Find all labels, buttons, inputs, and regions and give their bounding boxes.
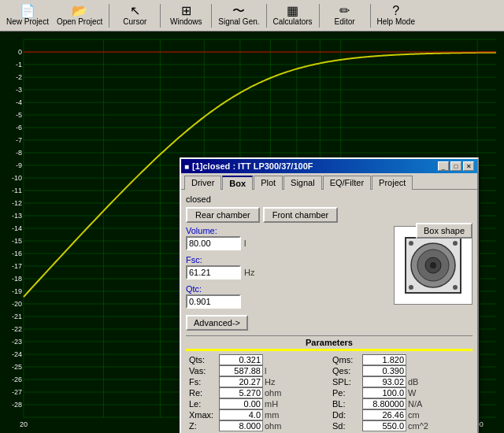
editor-icon: ✏ bbox=[339, 5, 350, 17]
calculators-label: Calculators bbox=[273, 17, 313, 26]
toolbar: 📄 New Project 📂 Open Project ↖ Cursor ⊞ … bbox=[0, 0, 504, 31]
new-project-button[interactable]: 📄 New Project bbox=[3, 2, 52, 30]
volume-input[interactable] bbox=[186, 236, 241, 250]
fsc-label: Fsc: bbox=[186, 255, 389, 265]
open-project-button[interactable]: 📂 Open Project bbox=[54, 2, 106, 30]
params-right-col: Qms: 1.820 Qes: 0.390 SPL: 93.02 d bbox=[332, 354, 469, 431]
svg-point-9 bbox=[453, 285, 458, 290]
tab-plot[interactable]: Plot bbox=[254, 176, 283, 190]
separator-6 bbox=[370, 4, 371, 28]
box-content: Volume: l Fsc: Hz Qtc: bbox=[186, 226, 472, 331]
maximize-button[interactable]: □ bbox=[450, 161, 461, 171]
param-spl: SPL: 93.02 dB bbox=[332, 376, 469, 387]
param-re: Re: 5.270 ohm bbox=[189, 387, 326, 398]
svg-point-5 bbox=[430, 262, 436, 268]
front-chamber-button[interactable]: Front chamber bbox=[263, 207, 339, 223]
svg-point-7 bbox=[453, 241, 458, 246]
fsc-unit: Hz bbox=[244, 268, 254, 277]
windows-label: Windows bbox=[170, 17, 202, 26]
tab-signal[interactable]: Signal bbox=[284, 176, 322, 190]
chart-area: ■ [1]closed : ITT LP300/37/100F _ □ ✕ Dr… bbox=[0, 31, 504, 433]
param-pe: Pe: 100.0 W bbox=[332, 387, 469, 398]
editor-label: Editor bbox=[335, 17, 355, 26]
open-project-icon: 📂 bbox=[72, 5, 87, 17]
signal-gen-icon: 〜 bbox=[232, 5, 245, 17]
volume-label: Volume: bbox=[186, 226, 389, 235]
cursor-button[interactable]: ↖ Cursor bbox=[113, 2, 157, 30]
dialog-window: ■ [1]closed : ITT LP300/37/100F _ □ ✕ Dr… bbox=[180, 157, 479, 433]
help-icon: ? bbox=[392, 5, 399, 17]
params-left-col: Qts: 0.321 Vas: 587.88 l Fs: 20.27 bbox=[189, 354, 326, 431]
signal-gen-button[interactable]: 〜 Signal Gen. bbox=[215, 2, 262, 30]
param-z: Z: 8.000 ohm bbox=[189, 420, 326, 431]
qtc-field-row bbox=[186, 294, 389, 309]
tab-box[interactable]: Box bbox=[222, 176, 253, 190]
fsc-field-row: Hz bbox=[186, 265, 389, 279]
calculators-button[interactable]: ▦ Calculators bbox=[270, 2, 316, 30]
dialog-title-icon: ■ bbox=[184, 162, 189, 171]
dialog-body: Box shape closed Rear chamber Front cham… bbox=[181, 190, 477, 433]
qtc-input[interactable] bbox=[186, 294, 241, 309]
cursor-icon: ↖ bbox=[130, 5, 140, 17]
param-fs: Fs: 20.27 Hz bbox=[189, 376, 326, 387]
close-button[interactable]: ✕ bbox=[463, 161, 474, 171]
windows-button[interactable]: ⊞ Windows bbox=[164, 2, 208, 30]
separator-3 bbox=[211, 4, 212, 28]
box-left-panel: Volume: l Fsc: Hz Qtc: bbox=[186, 226, 389, 331]
rear-chamber-button[interactable]: Rear chamber bbox=[186, 207, 260, 223]
dialog-titlebar: ■ [1]closed : ITT LP300/37/100F _ □ ✕ bbox=[181, 159, 477, 173]
new-project-label: New Project bbox=[6, 17, 49, 26]
windows-icon: ⊞ bbox=[181, 5, 191, 17]
param-qts: Qts: 0.321 bbox=[189, 354, 326, 365]
box-shape-button[interactable]: Box shape bbox=[416, 223, 472, 239]
params-header: Parameters bbox=[186, 336, 472, 351]
dialog-title: [1]closed : ITT LP300/37/100F bbox=[192, 161, 313, 171]
param-bl: BL: 8.80000 N/A bbox=[332, 398, 469, 409]
tab-project[interactable]: Project bbox=[372, 176, 413, 190]
param-qms: Qms: 1.820 bbox=[332, 354, 469, 365]
dialog-tabs: Driver Box Plot Signal EQ/Filter Project bbox=[181, 173, 477, 190]
minimize-button[interactable]: _ bbox=[438, 161, 449, 171]
help-mode-button[interactable]: ? Help Mode bbox=[374, 2, 418, 30]
cursor-label: Cursor bbox=[123, 17, 146, 26]
tab-driver[interactable]: Driver bbox=[184, 176, 221, 190]
svg-point-6 bbox=[409, 241, 413, 246]
params-section: Parameters Qts: 0.321 Vas: 587.88 l bbox=[186, 335, 472, 433]
advanced-button[interactable]: Advanced-> bbox=[186, 315, 248, 331]
volume-field-row: l bbox=[186, 236, 389, 250]
volume-unit: l bbox=[244, 239, 246, 248]
separator-2 bbox=[160, 4, 161, 28]
new-project-icon: 📄 bbox=[20, 5, 35, 17]
param-sd: Sd: 550.0 cm^2 bbox=[332, 420, 469, 431]
param-xmax: Xmax: 4.0 mm bbox=[189, 409, 326, 420]
speaker-svg bbox=[402, 234, 465, 297]
param-qes: Qes: 0.390 bbox=[332, 365, 469, 376]
dialog-controls: _ □ ✕ bbox=[438, 161, 474, 171]
editor-button[interactable]: ✏ Editor bbox=[323, 2, 367, 30]
tab-eqfilter[interactable]: EQ/Filter bbox=[323, 176, 371, 190]
open-project-label: Open Project bbox=[57, 17, 102, 26]
separator-4 bbox=[266, 4, 267, 28]
dialog-title-group: ■ [1]closed : ITT LP300/37/100F bbox=[184, 161, 313, 171]
param-dd: Dd: 26.46 cm bbox=[332, 409, 469, 420]
signal-gen-label: Signal Gen. bbox=[218, 17, 259, 26]
param-le: Le: 0.00 mH bbox=[189, 398, 326, 409]
closed-label: closed bbox=[186, 194, 472, 204]
help-mode-label: Help Mode bbox=[377, 17, 415, 26]
calculators-icon: ▦ bbox=[287, 5, 298, 17]
fsc-input[interactable] bbox=[186, 265, 241, 279]
qtc-label: Qtc: bbox=[186, 284, 389, 294]
params-grid: Qts: 0.321 Vas: 587.88 l Fs: 20.27 bbox=[186, 351, 472, 433]
chamber-tabs: Rear chamber Front chamber bbox=[186, 207, 472, 223]
separator-5 bbox=[319, 4, 320, 28]
separator-1 bbox=[109, 4, 109, 28]
svg-point-8 bbox=[409, 285, 413, 290]
param-vas: Vas: 587.88 l bbox=[189, 365, 326, 376]
